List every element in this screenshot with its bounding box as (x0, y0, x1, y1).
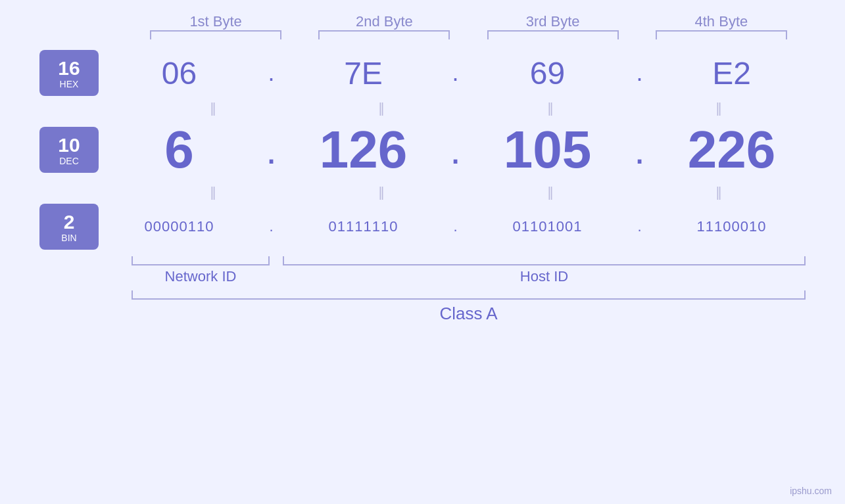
top-brackets (39, 30, 806, 39)
bracket-top-2 (318, 30, 450, 39)
bottom-brackets (39, 256, 806, 265)
bin-values-row: 00000110 . 01111110 . 01101001 . 1110001… (105, 218, 806, 235)
byte-header-3: 3rd Byte (487, 13, 619, 30)
dec-byte-3: 105 (482, 120, 614, 180)
bin-row: 2 BIN 00000110 . 01111110 . 01101001 . 1… (39, 204, 806, 250)
sep-b3: ‖ (487, 184, 619, 200)
sep-2: ‖ (318, 100, 450, 116)
dec-base-label: DEC (59, 156, 79, 166)
bin-dot-2: . (446, 218, 466, 235)
network-bracket (132, 256, 270, 265)
bracket-top-1 (150, 30, 281, 39)
bin-byte-4: 11100010 (666, 218, 798, 235)
host-id-label: Host ID (283, 268, 806, 285)
class-label: Class A (132, 304, 806, 324)
class-section: Class A (39, 290, 806, 324)
sep-4: ‖ (656, 100, 787, 116)
hex-dot-3: . (630, 59, 650, 87)
hex-badge: 16 HEX (39, 50, 99, 96)
dec-byte-2: 126 (298, 120, 429, 180)
bin-base-label: BIN (61, 233, 76, 243)
dec-dot-1: . (262, 127, 281, 173)
bin-dot-1: . (262, 218, 281, 235)
sep-hex-dec: ‖ ‖ ‖ ‖ (39, 100, 806, 116)
sep-dec-bin: ‖ ‖ ‖ ‖ (39, 184, 806, 200)
hex-byte-1: 06 (114, 55, 245, 91)
sep-b2: ‖ (318, 184, 450, 200)
watermark: ipshu.com (790, 486, 832, 496)
dec-byte-1: 6 (114, 120, 245, 180)
host-bracket (283, 256, 806, 265)
dec-badge: 10 DEC (39, 127, 99, 173)
bracket-top-3 (487, 30, 619, 39)
hex-dot-1: . (262, 59, 281, 87)
dec-row: 10 DEC 6 . 126 . 105 . 226 (39, 120, 806, 180)
id-labels-row: Network ID Host ID (39, 268, 806, 285)
sep-1: ‖ (150, 100, 281, 116)
byte-header-4: 4th Byte (656, 13, 787, 30)
dec-values-row: 6 . 126 . 105 . 226 (105, 120, 806, 180)
sep-b4: ‖ (656, 184, 787, 200)
byte-header-1: 1st Byte (150, 13, 281, 30)
network-id-label: Network ID (132, 268, 270, 285)
bracket-top-4 (656, 30, 787, 39)
bin-byte-2: 01111110 (298, 218, 429, 235)
bin-badge: 2 BIN (39, 204, 99, 250)
hex-base-label: HEX (60, 79, 79, 89)
hex-dot-2: . (446, 59, 466, 87)
hex-row: 16 HEX 06 . 7E . 69 . E2 (39, 50, 806, 96)
sep-b1: ‖ (150, 184, 281, 200)
dec-base-number: 10 (58, 134, 80, 156)
sep-3: ‖ (487, 100, 619, 116)
class-bracket (132, 290, 806, 300)
bin-base-number: 2 (64, 211, 75, 233)
byte-header-2: 2nd Byte (318, 13, 450, 30)
dec-dot-2: . (446, 127, 466, 173)
dec-dot-3: . (630, 127, 650, 173)
bin-dot-3: . (630, 218, 650, 235)
bin-byte-3: 01101001 (482, 218, 614, 235)
bin-byte-1: 00000110 (114, 218, 245, 235)
hex-base-number: 16 (58, 57, 80, 79)
hex-byte-3: 69 (482, 55, 614, 91)
dec-byte-4: 226 (666, 120, 798, 180)
hex-byte-4: E2 (666, 55, 798, 91)
byte-headers-row: 1st Byte 2nd Byte 3rd Byte 4th Byte (39, 13, 806, 30)
hex-values-row: 06 . 7E . 69 . E2 (105, 55, 806, 91)
main-container: 1st Byte 2nd Byte 3rd Byte 4th Byte 16 H… (0, 0, 845, 504)
hex-byte-2: 7E (298, 55, 429, 91)
